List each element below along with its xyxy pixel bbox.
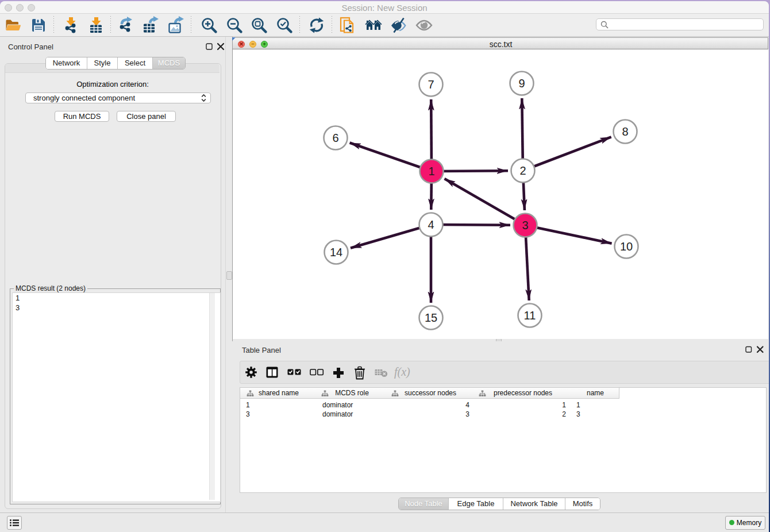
svg-text:9: 9 (518, 77, 525, 90)
svg-text:3: 3 (522, 219, 528, 232)
svg-text:10: 10 (620, 240, 633, 253)
svg-text:7: 7 (428, 78, 434, 91)
svg-text:6: 6 (332, 132, 338, 144)
svg-text:1: 1 (428, 165, 434, 178)
svg-text:11: 11 (524, 309, 536, 322)
svg-text:14: 14 (330, 246, 342, 259)
svg-text:4: 4 (428, 218, 434, 231)
svg-text:15: 15 (425, 311, 437, 324)
svg-text:2: 2 (519, 164, 526, 177)
svg-text:8: 8 (622, 125, 628, 138)
